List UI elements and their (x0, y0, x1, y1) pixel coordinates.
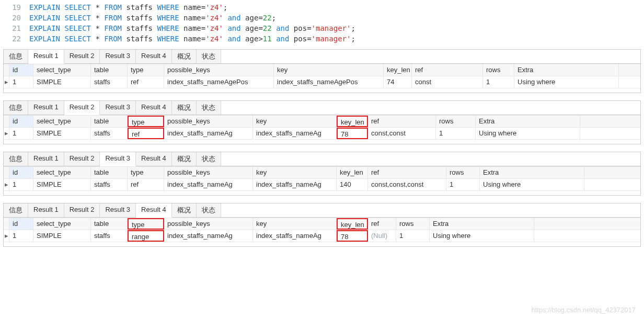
tab-r3[interactable]: Result 3 (100, 152, 136, 166)
col-header-key[interactable]: key (253, 116, 337, 127)
col-header-extra[interactable]: Extra (476, 116, 580, 127)
cell-possible_keys[interactable]: index_staffs_nameAgePos (164, 76, 274, 88)
cell-table[interactable]: staffs (91, 179, 128, 190)
col-header-rows[interactable]: rows (396, 218, 430, 230)
col-header-key_len[interactable]: key_len (337, 167, 368, 178)
cell-key_len[interactable]: 78 (337, 128, 368, 139)
row-marker-icon[interactable]: ▸ (4, 230, 9, 242)
col-header-table[interactable]: table (91, 116, 128, 127)
cell-id[interactable]: 1 (9, 128, 33, 139)
tab-r1[interactable]: Result 1 (28, 50, 64, 64)
tab-profile[interactable]: 概况 (172, 152, 197, 166)
cell-possible_keys[interactable]: index_staffs_nameAg (164, 179, 253, 190)
cell-id[interactable]: 1 (9, 230, 33, 242)
cell-extra[interactable]: Using where (514, 76, 619, 88)
cell-type[interactable]: ref (128, 179, 164, 190)
col-header-possible_keys[interactable]: possible_keys (164, 218, 253, 230)
tab-info[interactable]: 信息 (4, 152, 28, 166)
tab-info[interactable]: 信息 (4, 203, 28, 217)
tab-r2[interactable]: Result 2 (64, 203, 100, 217)
col-header-type[interactable]: type (128, 167, 164, 178)
cell-type[interactable]: range (128, 230, 164, 242)
col-header-ref[interactable]: ref (368, 218, 396, 230)
tab-r1[interactable]: Result 1 (28, 101, 64, 115)
col-header-extra[interactable]: Extra (430, 218, 534, 230)
tab-r4[interactable]: Result 4 (136, 152, 172, 166)
tab-status[interactable]: 状态 (197, 50, 221, 63)
col-header-table[interactable]: table (91, 64, 128, 76)
cell-select_type[interactable]: SIMPLE (33, 76, 91, 88)
cell-possible_keys[interactable]: index_staffs_nameAg (164, 128, 253, 139)
tab-status[interactable]: 状态 (197, 203, 221, 217)
tab-r1[interactable]: Result 1 (28, 203, 64, 217)
cell-key_len[interactable]: 140 (337, 179, 368, 190)
cell-key[interactable]: index_staffs_nameAg (253, 230, 337, 242)
col-header-select_type[interactable]: select_type (33, 116, 91, 127)
cell-id[interactable]: 1 (9, 76, 33, 88)
tab-r2[interactable]: Result 2 (64, 101, 100, 115)
tab-r3[interactable]: Result 3 (100, 203, 136, 217)
cell-type[interactable]: ref (128, 128, 164, 139)
cell-table[interactable]: staffs (91, 76, 128, 88)
col-header-key[interactable]: key (274, 64, 384, 76)
cell-key[interactable]: index_staffs_nameAg (253, 128, 337, 139)
col-header-ref[interactable]: ref (368, 167, 446, 178)
cell-table[interactable]: staffs (91, 230, 128, 242)
col-header-select_type[interactable]: select_type (33, 167, 91, 178)
col-header-key_len[interactable]: key_len (337, 116, 368, 127)
cell-possible_keys[interactable]: index_staffs_nameAg (164, 230, 253, 242)
col-header-id[interactable]: id (9, 64, 33, 76)
cell-rows[interactable]: 1 (436, 128, 476, 139)
col-header-type[interactable]: type (128, 116, 164, 127)
cell-extra[interactable]: Using where (430, 230, 534, 242)
col-header-possible_keys[interactable]: possible_keys (164, 167, 253, 178)
tab-profile[interactable]: 概况 (172, 50, 197, 63)
cell-key_len[interactable]: 74 (384, 76, 412, 88)
col-header-id[interactable]: id (9, 218, 33, 230)
col-header-ref[interactable]: ref (412, 64, 483, 76)
col-header-possible_keys[interactable]: possible_keys (164, 116, 253, 127)
cell-table[interactable]: staffs (91, 128, 128, 139)
cell-type[interactable]: ref (128, 76, 164, 88)
cell-select_type[interactable]: SIMPLE (33, 230, 91, 242)
cell-ref[interactable]: (Null) (368, 230, 396, 242)
col-header-extra[interactable]: Extra (480, 167, 584, 178)
cell-ref[interactable]: const,const (368, 128, 436, 139)
cell-ref[interactable]: const,const,const (368, 179, 446, 190)
tab-info[interactable]: 信息 (4, 50, 28, 63)
col-header-rows[interactable]: rows (436, 116, 476, 127)
col-header-table[interactable]: table (91, 167, 128, 178)
col-header-table[interactable]: table (91, 218, 128, 230)
cell-id[interactable]: 1 (9, 179, 33, 190)
col-header-type[interactable]: type (128, 64, 164, 76)
tab-r4[interactable]: Result 4 (136, 203, 172, 218)
cell-key[interactable]: index_staffs_nameAgePos (274, 76, 384, 88)
col-header-rows[interactable]: rows (446, 167, 480, 178)
col-header-key[interactable]: key (253, 218, 337, 230)
cell-rows[interactable]: 1 (396, 230, 430, 242)
col-header-rows[interactable]: rows (483, 64, 514, 76)
col-header-select_type[interactable]: select_type (33, 64, 91, 76)
col-header-extra[interactable]: Extra (514, 64, 619, 76)
tab-r2[interactable]: Result 2 (64, 152, 100, 166)
tab-profile[interactable]: 概况 (172, 203, 197, 217)
col-header-type[interactable]: type (128, 218, 164, 230)
tab-r4[interactable]: Result 4 (136, 50, 172, 63)
tab-profile[interactable]: 概况 (172, 101, 197, 115)
cell-rows[interactable]: 1 (483, 76, 514, 88)
col-header-key_len[interactable]: key_len (384, 64, 412, 76)
col-header-key_len[interactable]: key_len (337, 218, 368, 230)
tab-status[interactable]: 状态 (197, 152, 221, 166)
cell-select_type[interactable]: SIMPLE (33, 128, 91, 139)
tab-r2[interactable]: Result 2 (64, 50, 100, 63)
col-header-possible_keys[interactable]: possible_keys (164, 64, 274, 76)
tab-r3[interactable]: Result 3 (100, 101, 136, 115)
col-header-ref[interactable]: ref (368, 116, 436, 127)
col-header-id[interactable]: id (9, 116, 33, 127)
cell-rows[interactable]: 1 (446, 179, 480, 190)
cell-extra[interactable]: Using where (480, 179, 584, 190)
cell-key_len[interactable]: 78 (337, 230, 368, 242)
row-marker-icon[interactable]: ▸ (4, 76, 9, 88)
col-header-key[interactable]: key (253, 167, 337, 178)
tab-r1[interactable]: Result 1 (28, 152, 64, 166)
